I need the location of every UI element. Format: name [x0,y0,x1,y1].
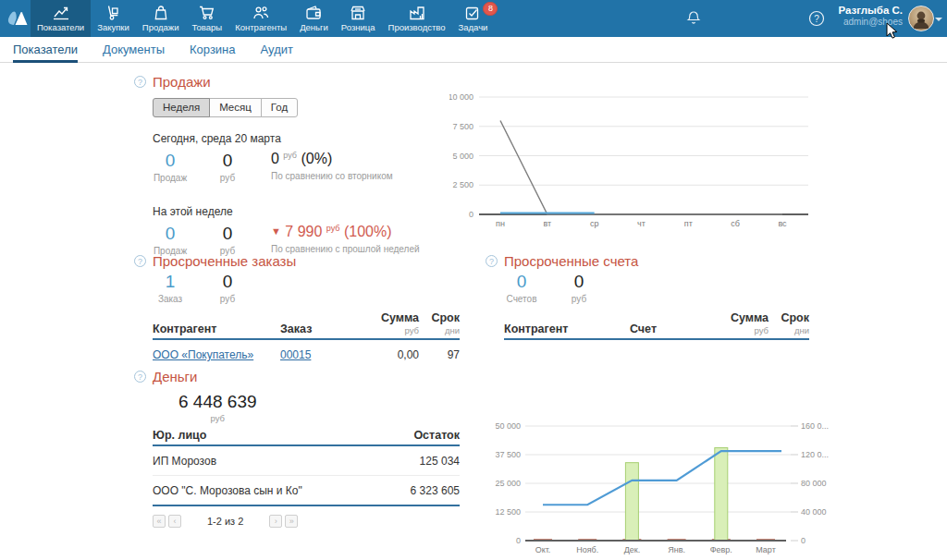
sales-week-chart: 02 5005 0007 50010 000пнвтсрчтптсбвс [449,88,812,235]
svg-text:160 0...: 160 0... [801,421,829,431]
svg-text:0: 0 [469,210,474,219]
svg-text:37 500: 37 500 [495,450,521,459]
week-sales-count: 0 [153,224,188,244]
notifications-bell-icon[interactable] [685,10,702,27]
money-pagination: « ‹ 1-2 из 2 › » [153,515,460,528]
nav-item-sales[interactable]: Продажи [136,0,186,37]
week-label: На этой неделе [153,205,467,218]
nav-item-tasks[interactable]: Задачи 8 [452,0,495,37]
cart-icon [198,5,216,20]
week-stats: 0 Продаж 0 руб ▼ 7 990 руб (100%) По сра… [153,224,467,256]
svg-text:Янв.: Янв. [668,545,685,554]
money-months-chart: 012 50025 00037 50050 000040 00080 00012… [488,416,923,560]
chevron-down-icon[interactable] [935,18,942,21]
svg-text:пн: пн [496,219,505,228]
overdue-orders-amount: 0 [210,272,245,292]
nav-item-counterparties[interactable]: Контрагенты [228,0,293,37]
svg-text:50 000: 50 000 [495,421,521,431]
overdue-invoices-section: ? Просроченные счета 0 Счетов 0 руб Конт… [486,253,809,340]
svg-text:сб: сб [731,219,740,228]
svg-text:Окт.: Окт. [535,545,551,554]
user-menu[interactable]: Разглыба С. admin@shoes [838,5,903,27]
nav-item-money[interactable]: Деньги [293,0,335,37]
nav-label: Деньги [300,22,328,32]
triangle-down-icon: ▼ [271,225,281,237]
help-icon[interactable]: ? [486,255,498,267]
money-section: ? Деньги 6 448 639 руб Юр. лицо Остаток … [134,369,460,528]
svg-text:5 000: 5 000 [452,152,474,161]
tab-audit[interactable]: Аудит [261,37,293,62]
first-page-button[interactable]: « [153,515,166,528]
table-row: ООО "С. Морозова сын и Ко" 6 323 605 [153,476,460,506]
nav-label: Закупки [97,22,129,32]
svg-text:чт: чт [637,219,646,228]
money-section-title: Деньги [153,369,460,384]
overdue-invoices-count: 0 [504,272,539,292]
period-toggle: Неделя Месяц Год [153,98,298,117]
nav-item-purchases[interactable]: Закупки [91,0,136,37]
svg-text:пт: пт [684,219,693,228]
tab-indicators[interactable]: Показатели [13,37,78,62]
period-week-button[interactable]: Неделя [153,98,210,117]
svg-text:7 500: 7 500 [452,122,474,131]
svg-text:2 500: 2 500 [452,180,474,189]
counterparty-link[interactable]: ООО «Покупатель» [153,348,253,361]
help-icon[interactable]: ? [134,371,146,383]
nav-item-production[interactable]: Производство [382,0,452,37]
today-sales-amount: 0 [210,151,245,171]
nav-item-goods[interactable]: Товары [186,0,229,37]
storefront-icon [349,5,367,20]
hand-truck-icon [104,5,122,20]
nav-label: Показатели [37,22,84,32]
week-change: ▼ 7 990 руб (100%) По сравнению с прошло… [271,224,420,254]
help-icon[interactable]: ? [134,255,146,267]
svg-text:80 000: 80 000 [801,479,827,488]
period-month-button[interactable]: Месяц [209,98,262,117]
tab-documents[interactable]: Документы [103,37,165,62]
main-nav: Показатели Закупки Продажи Товары [31,0,494,37]
svg-text:12 500: 12 500 [495,507,521,517]
svg-text:40 000: 40 000 [801,507,827,517]
svg-text:0: 0 [516,536,521,545]
user-avatar[interactable] [908,6,934,31]
money-table: Юр. лицо Остаток ИП Морозов 125 034 ООО … [153,429,460,506]
today-label: Сегодня, среда 20 марта [153,132,467,145]
next-page-button[interactable]: › [269,515,282,528]
sales-section: ? Продажи Неделя Месяц Год Сегодня, сред… [134,74,467,256]
svg-text:?: ? [814,14,819,24]
section-tabs: Показатели Документы Корзина Аудит [0,37,947,63]
svg-text:25 000: 25 000 [495,479,521,488]
sales-section-title: Продажи [153,74,467,90]
nav-item-indicators[interactable]: Показатели [31,0,91,37]
overdue-orders-count: 1 [153,272,188,292]
last-page-button[interactable]: » [285,515,298,528]
prev-page-button[interactable]: ‹ [168,515,181,528]
overdue-invoices-title: Просроченные счета [504,253,809,269]
chart-line-icon [52,5,70,20]
table-row: ИП Морозов 125 034 [153,446,460,476]
money-total: 6 448 639 руб [178,392,257,423]
bag-icon [152,5,170,20]
user-name: Разглыба С. [838,5,903,16]
svg-text:Дек.: Дек. [624,545,641,554]
nav-item-retail[interactable]: Розница [335,0,382,37]
today-change: 0 руб (0%) По сравнению со вторником [271,151,393,181]
nav-label: Товары [192,22,223,32]
wallet-icon [304,5,323,20]
help-icon[interactable]: ? [134,76,146,88]
svg-text:Февр.: Февр. [710,545,732,554]
moysklad-logo-icon[interactable] [4,6,31,31]
order-link[interactable]: 00015 [280,348,311,361]
svg-text:0: 0 [801,536,806,545]
factory-icon [408,5,426,20]
overdue-invoices-table: Контрагент Счет Суммаруб Срокдни [504,311,809,340]
nav-label: Производство [388,22,446,32]
checkbox-check-icon [463,5,482,20]
svg-text:вт: вт [543,219,551,228]
tab-recycle-bin[interactable]: Корзина [190,37,236,62]
svg-text:Март: Март [756,545,776,554]
period-year-button[interactable]: Год [261,98,298,117]
week-sales-amount: 0 [210,224,245,244]
help-circle-icon[interactable]: ? [808,10,825,27]
overdue-invoices-amount: 0 [561,272,596,292]
